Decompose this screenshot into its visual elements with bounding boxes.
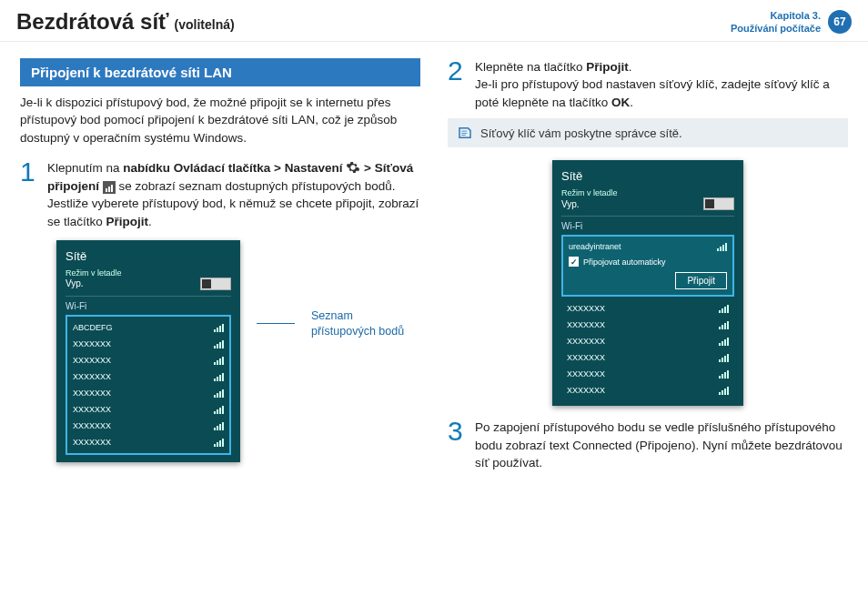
right-column: 2 Klepněte na tlačítko Připojit. Je-li p… [448, 58, 848, 480]
note-icon [457, 125, 473, 141]
wifi-selected-block: ureadyintranet ✓ Připojovat automaticky … [561, 235, 734, 297]
wifi-item[interactable]: XXXXXXX [565, 300, 731, 317]
wifi-item[interactable]: XXXXXXX [71, 352, 226, 369]
step-3: 3 Po zapojení přístupového bodu se vedle… [448, 419, 848, 472]
wifi-list: XXXXXXX XXXXXXX XXXXXXX XXXXXXX XXXXXXX … [561, 300, 734, 399]
signal-icon [719, 353, 729, 362]
wifi-item[interactable]: XXXXXXX [565, 349, 731, 366]
wifi-name: XXXXXXX [567, 386, 605, 395]
panel-wrap: Sítě Režim v letadle Vyp. Wi-Fi ureadyin… [448, 160, 848, 406]
left-column: Připojení k bezdrátové síti LAN Je-li k … [20, 58, 420, 480]
wifi-name: XXXXXXX [73, 405, 111, 414]
step-1: 1 Klepnutím na nabídku Ovládací tlačítka… [20, 159, 420, 230]
wifi-item[interactable]: ABCDEFG [71, 319, 226, 336]
callout-line [257, 323, 295, 324]
step-body: Klepněte na tlačítko Připojit. Je-li pro… [475, 58, 848, 112]
note-text: Síťový klíč vám poskytne správce sítě. [480, 126, 682, 140]
wifi-section-label: Wi-Fi [561, 216, 734, 231]
chapter-line1: Kapitola 3. [731, 9, 821, 22]
signal-icon [214, 356, 224, 365]
gear-icon [346, 160, 360, 175]
wifi-item[interactable]: XXXXXXX [71, 336, 226, 352]
bold: Připojit [586, 60, 629, 74]
text: . [629, 60, 632, 74]
wifi-item[interactable]: XXXXXXX [71, 385, 226, 401]
signal-icon [214, 389, 224, 398]
airplane-mode-label: Režim v letadle [66, 268, 231, 278]
text: Klepněte na tlačítko [475, 60, 586, 74]
page-header: Bezdrátová síť (volitelná) Kapitola 3. P… [0, 0, 868, 42]
wifi-name: XXXXXXX [567, 353, 605, 362]
signal-icon [214, 323, 224, 332]
wifi-name: XXXXXXX [73, 438, 111, 447]
wifi-item[interactable]: XXXXXXX [565, 366, 731, 382]
wifi-section-label: Wi-Fi [66, 296, 231, 311]
signal-icon [719, 386, 729, 395]
checkbox-icon[interactable]: ✓ [569, 257, 579, 267]
airplane-mode-label: Režim v letadle [561, 188, 734, 197]
wifi-name: XXXXXXX [567, 304, 605, 313]
wifi-name: XXXXXXX [73, 339, 111, 348]
header-right: Kapitola 3. Používání počítače 67 [731, 9, 852, 35]
intro-text: Je-li k dispozici přístupový bod, že mož… [20, 94, 420, 147]
step-number: 2 [448, 58, 468, 112]
auto-connect-row[interactable]: ✓ Připojovat automaticky [569, 257, 727, 267]
wifi-name: XXXXXXX [73, 372, 111, 381]
bold: nabídku Ovládací tlačítka > Nastavení [123, 161, 342, 175]
text: Klepnutím na [47, 161, 123, 175]
wifi-name: ureadyintranet [569, 242, 621, 251]
callout-label: Seznam přístupových bodů [311, 308, 420, 338]
wifi-name: XXXXXXX [567, 320, 605, 329]
airplane-toggle[interactable] [703, 197, 734, 210]
wifi-item[interactable]: XXXXXXX [565, 382, 731, 399]
bold: Připojit [106, 215, 149, 228]
wifi-list-highlighted: ABCDEFG XXXXXXX XXXXXXX XXXXXXX XXXXXXX … [66, 315, 231, 455]
auto-connect-label: Připojovat automaticky [583, 258, 666, 267]
wifi-item[interactable]: XXXXXXX [71, 418, 226, 434]
chapter-line2: Používání počítače [731, 22, 821, 35]
signal-icon [719, 320, 729, 329]
networks-panel-connect: Sítě Režim v letadle Vyp. Wi-Fi ureadyin… [552, 160, 743, 406]
signal-icon [719, 337, 729, 346]
wifi-item[interactable]: XXXXXXX [71, 434, 226, 450]
step-number: 3 [448, 419, 468, 472]
wifi-name: XXXXXXX [567, 337, 605, 346]
page-title: Bezdrátová síť [16, 9, 169, 35]
step-body: Klepnutím na nabídku Ovládací tlačítka >… [47, 159, 420, 230]
signal-icon [717, 242, 727, 251]
page-subtitle: (volitelná) [175, 17, 235, 32]
signal-icon [214, 339, 224, 348]
networks-panel: Sítě Režim v letadle Vyp. Wi-Fi ABCDEFG … [56, 240, 240, 462]
connect-button[interactable]: Připojit [675, 272, 727, 289]
wifi-name: ABCDEFG [73, 323, 113, 332]
step-body: Po zapojení přístupového bodu se vedle p… [475, 419, 848, 472]
page-number-badge: 67 [828, 10, 852, 34]
section-title: Připojení k bezdrátové síti LAN [20, 58, 420, 86]
wifi-item[interactable]: XXXXXXX [71, 401, 226, 418]
wifi-name: XXXXXXX [73, 389, 111, 398]
bold: OK [611, 96, 630, 109]
text: . [148, 215, 152, 228]
wifi-item[interactable]: XXXXXXX [565, 317, 731, 333]
airplane-mode-state: Vyp. [66, 278, 84, 288]
wifi-item[interactable]: XXXXXXX [71, 369, 226, 385]
text: Je-li pro přístupový bod nastaven síťový… [475, 77, 830, 109]
text: . [630, 96, 633, 109]
panel-title: Sítě [66, 249, 231, 263]
wifi-name: XXXXXXX [73, 356, 111, 365]
wifi-name: XXXXXXX [73, 421, 111, 430]
note-box: Síťový klíč vám poskytne správce sítě. [448, 118, 848, 147]
title-group: Bezdrátová síť (volitelná) [16, 9, 235, 35]
panel-title: Sítě [561, 169, 734, 183]
wifi-item[interactable]: XXXXXXX [565, 333, 731, 349]
signal-icon [214, 372, 224, 381]
wifi-item-selected[interactable]: ureadyintranet [569, 240, 727, 253]
signal-icon [214, 438, 224, 447]
signal-icon [214, 405, 224, 414]
airplane-toggle[interactable] [200, 278, 231, 290]
signal-icon [214, 421, 224, 430]
signal-icon [103, 181, 116, 194]
signal-icon [719, 304, 729, 313]
panel-with-callout: Sítě Režim v letadle Vyp. Wi-Fi ABCDEFG … [56, 240, 420, 462]
bold: > [360, 161, 374, 175]
